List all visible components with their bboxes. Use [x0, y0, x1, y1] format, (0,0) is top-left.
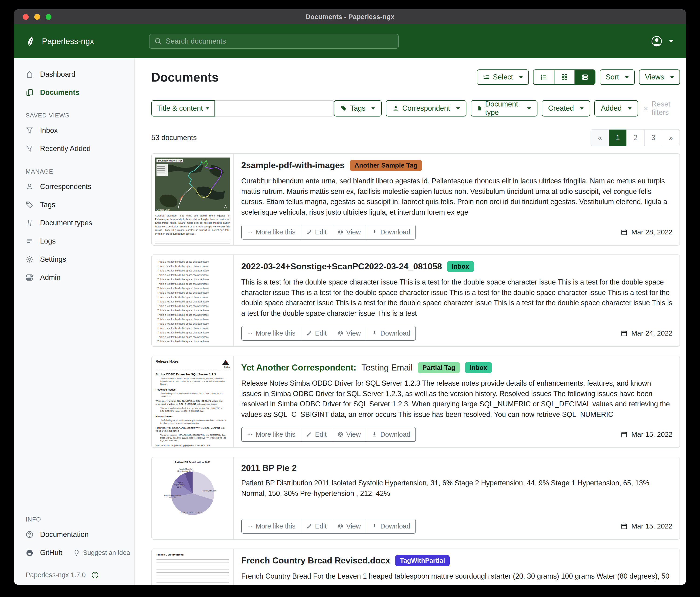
- sort-button[interactable]: Sort: [600, 69, 635, 85]
- select-button[interactable]: Select: [477, 69, 529, 85]
- sidebar-item-label: Documentation: [40, 530, 89, 539]
- window-title: Documents - Paperless-ngx: [305, 13, 395, 21]
- sidebar-item-correspondents[interactable]: Correspondents: [14, 177, 134, 196]
- document-thumbnail[interactable]: Boundary Waters Trip Google Earth Curabi…: [152, 154, 234, 245]
- title-content-filter-input[interactable]: [215, 100, 334, 117]
- document-thumbnail[interactable]: Patient BP Distribution 2011 Isolated Sy…: [152, 457, 234, 539]
- pagination-page-1[interactable]: 1: [609, 129, 626, 146]
- pagination-page-3[interactable]: 3: [644, 129, 662, 146]
- page-title: Documents: [151, 70, 219, 85]
- pagination-page-2[interactable]: 2: [626, 129, 644, 146]
- edit-button[interactable]: Edit: [301, 326, 332, 340]
- grid-view-button[interactable]: [554, 70, 574, 85]
- pagination-prev-button[interactable]: «: [591, 129, 609, 146]
- brand[interactable]: Paperless-ngx: [14, 36, 149, 47]
- sidebar-item-label: Dashboard: [40, 70, 75, 78]
- sidebar-item-dashboard[interactable]: Dashboard: [14, 65, 134, 83]
- document-date: Mar 24, 2022: [621, 329, 673, 337]
- more-like-this-button[interactable]: More like this: [242, 225, 301, 239]
- more-like-this-button[interactable]: More like this: [242, 427, 301, 441]
- dots-icon: [247, 431, 253, 437]
- thumbnail-issue: When querying large SQL_NUMERIC or SQL_D…: [155, 400, 230, 406]
- edit-button[interactable]: Edit: [301, 427, 332, 441]
- document-thumbnail[interactable]: French Country Bread: [152, 549, 234, 585]
- tag-badge[interactable]: TagWithPartial: [395, 555, 450, 566]
- sidebar-item-github[interactable]: GitHub: [14, 544, 62, 562]
- created-filter-button[interactable]: Created: [542, 100, 590, 117]
- zoom-window-button[interactable]: [46, 14, 51, 20]
- select-icon: [483, 74, 490, 80]
- pie-label: Stage 1 Hypertension, 65, 13%: [164, 495, 181, 499]
- download-icon: [371, 431, 377, 437]
- detail-view-button[interactable]: [574, 70, 595, 85]
- date-label: Mar 15, 2022: [631, 430, 673, 438]
- list-view-button[interactable]: [533, 70, 554, 85]
- document-thumbnail[interactable]: This is a test for the double space char…: [152, 255, 234, 346]
- user-menu[interactable]: [651, 35, 686, 47]
- more-like-this-button[interactable]: More like this: [242, 519, 301, 533]
- search-field-selector-button[interactable]: Title & content: [151, 100, 215, 117]
- search-input[interactable]: [166, 37, 394, 45]
- sidebar-item-documents[interactable]: Documents: [14, 83, 134, 102]
- reset-filters-button[interactable]: × Reset filters: [642, 100, 680, 117]
- sidebar-item-tags[interactable]: Tags: [14, 196, 134, 214]
- thumbnail-paragraph: This issue has been resolved. You can no…: [160, 407, 230, 413]
- more-like-this-button[interactable]: More like this: [242, 326, 301, 340]
- download-button[interactable]: Download: [366, 519, 416, 533]
- document-title[interactable]: 2sample-pdf-with-images: [241, 161, 345, 170]
- info-header: INFO: [14, 516, 134, 523]
- toggles-icon: [26, 273, 33, 282]
- views-button[interactable]: Views: [639, 69, 680, 85]
- document-actions: More like this Edit View: [241, 427, 416, 442]
- correspondent-filter-button[interactable]: Correspondent: [386, 100, 466, 117]
- document-title[interactable]: 2011 BP Pie 2: [241, 463, 297, 473]
- view-button[interactable]: View: [332, 427, 366, 441]
- calendar-icon: [621, 431, 628, 438]
- document-description: Curabitur bibendum ante urna, sed blandi…: [241, 176, 673, 217]
- date-label: Mar 28, 2022: [631, 228, 673, 236]
- tags-filter-button[interactable]: Tags: [334, 100, 382, 117]
- eye-icon: [338, 229, 344, 235]
- document-title[interactable]: Testing Email: [361, 363, 412, 373]
- document-thumbnail[interactable]: Release Notes Simba Simba ODBC Driver fo…: [152, 356, 234, 447]
- minimize-window-button[interactable]: [34, 14, 40, 20]
- close-window-button[interactable]: [23, 14, 29, 20]
- edit-button[interactable]: Edit: [301, 519, 332, 533]
- added-filter-label: Added: [601, 104, 622, 113]
- sidebar-item-inbox[interactable]: Inbox: [14, 121, 134, 140]
- caret-down-icon: [580, 108, 583, 110]
- document-type-filter-button[interactable]: Document type: [471, 100, 538, 117]
- global-search: [149, 34, 399, 49]
- sidebar-item-recently-added[interactable]: Recently Added: [14, 140, 134, 158]
- document-correspondent[interactable]: Yet Another Correspondent:: [241, 363, 356, 373]
- sidebar-item-label: Documents: [40, 88, 79, 97]
- sidebar-item-documentation[interactable]: Documentation: [14, 525, 134, 544]
- added-filter-button[interactable]: Added: [594, 100, 638, 117]
- sidebar-item-logs[interactable]: Logs: [14, 232, 134, 250]
- sidebar-item-admin[interactable]: Admin: [14, 268, 134, 287]
- gear-icon: [26, 255, 33, 263]
- tag-badge[interactable]: Another Sample Tag: [350, 160, 422, 171]
- tag-badge[interactable]: Partial Tag: [418, 362, 460, 373]
- view-button[interactable]: View: [332, 519, 366, 533]
- sidebar-item-document-types[interactable]: Document types: [14, 214, 134, 232]
- sidebar-item-settings[interactable]: Settings: [14, 250, 134, 268]
- document-title[interactable]: French Country Bread Revised.docx: [241, 556, 390, 566]
- edit-button[interactable]: Edit: [301, 225, 332, 239]
- tag-badge[interactable]: Inbox: [447, 261, 474, 272]
- download-button[interactable]: Download: [366, 326, 416, 340]
- tag-icon: [26, 201, 33, 209]
- document-title[interactable]: 2022-03-24+Sonstige+ScanPC2022-03-24_081…: [241, 262, 442, 271]
- edit-label: Edit: [315, 522, 327, 530]
- tag-badge[interactable]: Inbox: [465, 362, 492, 373]
- view-button[interactable]: View: [332, 225, 366, 239]
- download-button[interactable]: Download: [366, 427, 416, 441]
- thumbnail-text-lines: [156, 558, 229, 585]
- download-button[interactable]: Download: [366, 225, 416, 239]
- suggest-idea-link[interactable]: Suggest an idea: [73, 549, 130, 556]
- view-button[interactable]: View: [332, 326, 366, 340]
- pagination-next-button[interactable]: »: [662, 129, 679, 146]
- info-circle-icon[interactable]: [91, 571, 99, 579]
- calendar-icon: [621, 330, 628, 337]
- caret-down-icon: [206, 108, 209, 110]
